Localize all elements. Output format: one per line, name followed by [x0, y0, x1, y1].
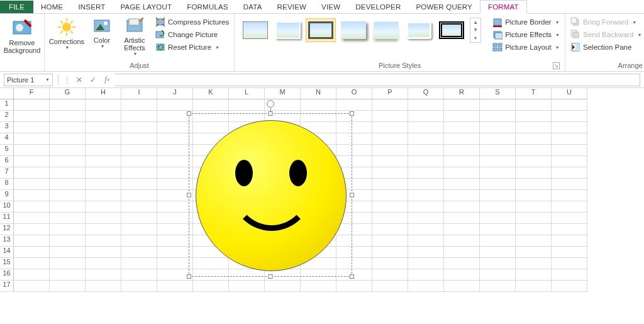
cell[interactable]: [121, 156, 157, 167]
cell[interactable]: [372, 190, 408, 201]
row-header[interactable]: 14: [0, 247, 14, 258]
cell[interactable]: [408, 111, 444, 122]
cell[interactable]: [14, 99, 50, 111]
cell[interactable]: [516, 258, 552, 269]
cell[interactable]: [121, 201, 157, 213]
cell[interactable]: [336, 99, 372, 111]
compress-pictures-button[interactable]: Compress Pictures: [154, 16, 230, 28]
cell[interactable]: [14, 235, 50, 247]
cell[interactable]: [157, 258, 193, 269]
cell[interactable]: [408, 201, 444, 213]
picture-styles-more[interactable]: ▲▼▾: [470, 18, 481, 43]
cell[interactable]: [121, 213, 157, 224]
cell[interactable]: [50, 258, 86, 269]
row-header[interactable]: 10: [0, 201, 14, 213]
cell[interactable]: [480, 201, 516, 213]
cell[interactable]: [372, 258, 408, 269]
smiley-picture[interactable]: [196, 120, 347, 271]
column-header[interactable]: G: [50, 88, 86, 99]
cell[interactable]: [301, 99, 336, 111]
column-header[interactable]: M: [265, 88, 301, 99]
row-header[interactable]: 3: [0, 122, 14, 133]
cell[interactable]: [14, 269, 50, 281]
cell[interactable]: [516, 201, 552, 213]
name-box[interactable]: Picture 1▼: [4, 74, 53, 86]
cell[interactable]: [50, 269, 86, 281]
column-header[interactable]: S: [480, 88, 516, 99]
cell[interactable]: [480, 281, 516, 292]
cell[interactable]: [516, 190, 552, 201]
cell[interactable]: [516, 167, 552, 179]
cell[interactable]: [480, 213, 516, 224]
cell[interactable]: [50, 235, 86, 247]
cell[interactable]: [14, 281, 50, 292]
cell[interactable]: [86, 247, 121, 258]
column-header[interactable]: H: [86, 88, 121, 99]
picture-style-3[interactable]: [306, 19, 335, 42]
select-all-corner[interactable]: [0, 88, 14, 99]
cell[interactable]: [86, 224, 121, 235]
cell[interactable]: [408, 167, 444, 179]
column-header[interactable]: T: [516, 88, 552, 99]
cell[interactable]: [50, 122, 86, 133]
cell[interactable]: [157, 201, 193, 213]
column-header[interactable]: N: [301, 88, 336, 99]
cell[interactable]: [121, 111, 157, 122]
cell[interactable]: [121, 247, 157, 258]
picture-style-2[interactable]: [274, 19, 303, 42]
cell[interactable]: [408, 247, 444, 258]
cell[interactable]: [121, 235, 157, 247]
cell[interactable]: [552, 269, 587, 281]
cell[interactable]: [372, 122, 408, 133]
worksheet-grid[interactable]: FGHIJKLMNOPQRSTU 12345678910111213141516…: [0, 88, 644, 324]
cell[interactable]: [86, 258, 121, 269]
picture-style-5[interactable]: [372, 19, 401, 42]
cell[interactable]: [408, 122, 444, 133]
cell[interactable]: [444, 179, 480, 190]
cell[interactable]: [157, 156, 193, 167]
row-header[interactable]: 15: [0, 258, 14, 269]
column-header[interactable]: R: [444, 88, 480, 99]
row-header[interactable]: 7: [0, 167, 14, 179]
row-header[interactable]: 8: [0, 179, 14, 190]
cell[interactable]: [552, 122, 587, 133]
cell[interactable]: [157, 167, 193, 179]
cell[interactable]: [516, 281, 552, 292]
cell[interactable]: [157, 213, 193, 224]
cell[interactable]: [121, 224, 157, 235]
cell[interactable]: [552, 99, 587, 111]
row-header[interactable]: 5: [0, 145, 14, 156]
cell[interactable]: [408, 281, 444, 292]
cell[interactable]: [408, 213, 444, 224]
cell[interactable]: [480, 167, 516, 179]
cell[interactable]: [50, 224, 86, 235]
cell[interactable]: [86, 179, 121, 190]
cell[interactable]: [14, 156, 50, 167]
column-header[interactable]: O: [336, 88, 372, 99]
cell[interactable]: [157, 133, 193, 145]
cell[interactable]: [552, 258, 587, 269]
tab-formulas[interactable]: FORMULAS: [179, 1, 236, 13]
cell[interactable]: [193, 99, 229, 111]
picture-style-1[interactable]: [241, 19, 270, 42]
cell[interactable]: [516, 122, 552, 133]
row-header[interactable]: 11: [0, 213, 14, 224]
cell[interactable]: [157, 235, 193, 247]
cell[interactable]: [444, 167, 480, 179]
cell[interactable]: [372, 133, 408, 145]
picture-selection[interactable]: [189, 113, 352, 277]
cell[interactable]: [552, 167, 587, 179]
cell[interactable]: [50, 201, 86, 213]
cell[interactable]: [408, 269, 444, 281]
cell[interactable]: [408, 258, 444, 269]
cell[interactable]: [50, 281, 86, 292]
cell[interactable]: [50, 190, 86, 201]
tab-page-layout[interactable]: PAGE LAYOUT: [113, 1, 180, 13]
cell[interactable]: [444, 201, 480, 213]
cell[interactable]: [444, 269, 480, 281]
row-header[interactable]: 12: [0, 224, 14, 235]
cell[interactable]: [121, 133, 157, 145]
cell[interactable]: [121, 190, 157, 201]
cell[interactable]: [552, 235, 587, 247]
cell[interactable]: [444, 122, 480, 133]
